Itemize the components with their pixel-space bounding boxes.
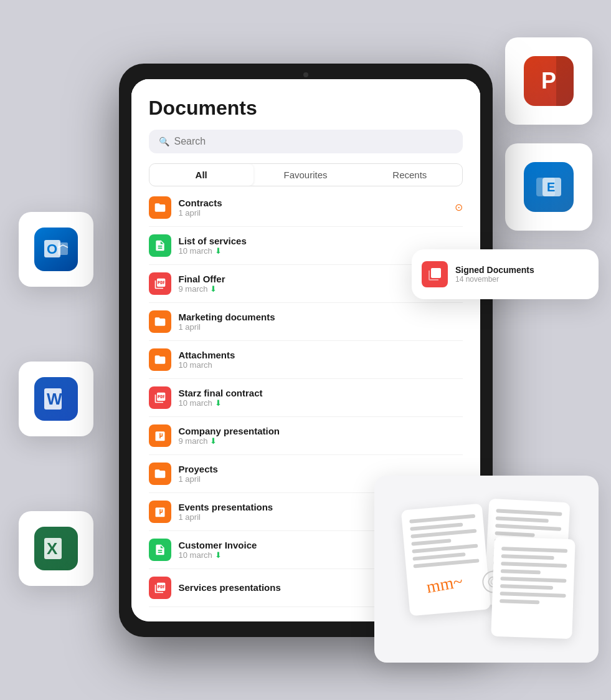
- excel-doc-icon: [149, 539, 171, 561]
- docs-visual: mm~: [393, 494, 580, 644]
- list-item[interactable]: Attachments 10 march: [149, 341, 463, 379]
- tab-favourites[interactable]: Favourites: [253, 164, 358, 186]
- excel-card: X: [19, 511, 93, 586]
- outlook-card: O: [19, 212, 93, 287]
- doc-info: Starz final contract 10 march ⬇: [179, 388, 463, 408]
- powerpoint-doc-icon: [149, 501, 171, 523]
- download-icon: ⬇: [215, 550, 222, 560]
- signed-doc-icon: [422, 261, 448, 287]
- powerpoint-icon: P: [524, 56, 574, 106]
- folder-icon: [149, 348, 171, 371]
- tab-all[interactable]: All: [149, 164, 253, 186]
- tab-recents[interactable]: Recents: [358, 164, 462, 186]
- outlook-icon: O: [34, 228, 78, 271]
- list-item[interactable]: Marketing documents 1 april: [149, 303, 463, 341]
- signed-info: Signed Documents 14 november: [455, 265, 534, 284]
- download-icon: ⬇: [210, 436, 217, 446]
- folder-icon: [149, 463, 171, 485]
- pdf-icon: [149, 577, 171, 599]
- tab-bar: All Favourites Recents: [149, 163, 463, 186]
- search-icon: 🔍: [159, 137, 169, 146]
- svg-text:X: X: [47, 539, 58, 558]
- document-paper-front: mm~: [401, 504, 491, 616]
- doc-name: Marketing documents: [179, 312, 463, 322]
- powerpoint-doc-icon: [149, 424, 171, 447]
- search-input[interactable]: [174, 136, 453, 147]
- svg-text:O: O: [47, 241, 57, 257]
- excel-doc-icon: [149, 234, 171, 257]
- list-item[interactable]: Starz final contract 10 march ⬇: [149, 379, 463, 417]
- documents-visual-card: mm~: [374, 476, 599, 663]
- svg-text:W: W: [47, 390, 62, 408]
- doc-name: Proyects: [179, 464, 463, 474]
- signed-date: 14 november: [455, 275, 534, 284]
- search-bar[interactable]: 🔍: [149, 130, 463, 153]
- doc-date: 1 april: [179, 208, 447, 218]
- doc-date: 1 april: [179, 322, 463, 332]
- list-item[interactable]: Contracts 1 april ⊙: [149, 189, 463, 227]
- doc-name: List of services: [179, 236, 463, 246]
- excel-icon: X: [34, 527, 78, 570]
- word-card: W: [19, 362, 93, 436]
- folder-icon: [149, 310, 171, 333]
- doc-name: Attachments: [179, 350, 463, 360]
- doc-name: Starz final contract: [179, 388, 463, 398]
- chevron-down-icon: ⊙: [455, 201, 463, 213]
- pdf-icon: [149, 386, 171, 409]
- word-icon: W: [34, 377, 78, 421]
- doc-info: Marketing documents 1 april: [179, 312, 463, 332]
- doc-info: Company presentation 9 march ⬇: [179, 426, 463, 446]
- document-paper-third: [491, 537, 575, 639]
- pdf-icon: [149, 272, 171, 295]
- powerpoint-card: P: [505, 37, 592, 125]
- download-icon: ⬇: [215, 246, 222, 256]
- page-title: Documents: [149, 97, 463, 120]
- folder-icon: [149, 196, 171, 219]
- exchange-icon: E: [524, 162, 574, 212]
- tablet-camera: [303, 72, 308, 77]
- signed-title: Signed Documents: [455, 265, 534, 275]
- doc-info: Contracts 1 april: [179, 198, 447, 218]
- doc-name: Contracts: [179, 198, 447, 208]
- download-icon: ⬇: [215, 398, 222, 408]
- doc-date: 10 march: [179, 360, 463, 370]
- doc-info: Attachments 10 march: [179, 350, 463, 370]
- app-header: Documents 🔍 All Favourites Recents: [131, 79, 480, 186]
- svg-rect-5: [58, 242, 68, 255]
- download-icon: ⬇: [210, 284, 217, 294]
- doc-date: 9 march ⬇: [179, 436, 463, 446]
- svg-text:E: E: [547, 180, 555, 194]
- list-item[interactable]: Company presentation 9 march ⬇: [149, 417, 463, 455]
- doc-date: 10 march ⬇: [179, 398, 463, 408]
- doc-name: Company presentation: [179, 426, 463, 436]
- exchange-card: E: [505, 143, 592, 231]
- signed-documents-card[interactable]: Signed Documents 14 november: [412, 249, 599, 299]
